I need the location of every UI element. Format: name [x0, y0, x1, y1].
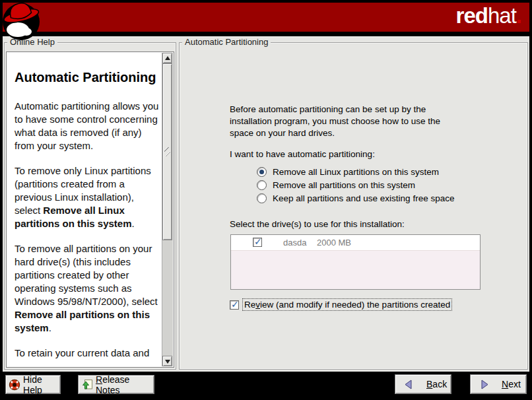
radio-option[interactable]: Remove all partitions on this system [257, 179, 454, 191]
drive-table[interactable]: dasda2000 MB [230, 234, 481, 290]
wordmark-dot: . [516, 3, 521, 28]
hide-help-button[interactable]: Hide Help [5, 375, 61, 394]
redhat-wordmark: redhat. [456, 5, 521, 27]
help-paragraph: To retain your current data and [15, 347, 161, 360]
back-arrow-icon [403, 379, 415, 390]
wordmark-hat: hat [488, 3, 516, 28]
radio-icon[interactable] [257, 180, 267, 190]
arrow-up-icon [165, 56, 170, 60]
radio-option-label[interactable]: Keep all partitions and use existing fre… [273, 193, 454, 203]
next-button[interactable]: Next [470, 374, 527, 394]
life-buoy-icon [9, 379, 20, 391]
help-box: Automatic Partitioning Automatic partiti… [6, 51, 174, 368]
help-text-area[interactable]: Automatic Partitioning Automatic partiti… [7, 53, 162, 366]
help-scrollbar[interactable] [162, 53, 173, 366]
partitioning-radio-group: Remove all Linux partitions on this syst… [257, 166, 454, 205]
review-checkbox[interactable] [230, 300, 239, 310]
radio-icon[interactable] [257, 193, 267, 203]
back-button[interactable]: Back [395, 374, 451, 394]
drive-name: dasda [283, 238, 306, 248]
scrollbar-thumb[interactable] [162, 63, 172, 240]
redhat-shadowman-logo [1, 1, 41, 41]
drive-checkbox[interactable] [253, 238, 262, 247]
intro-text: Before automatic partitioning can be set… [230, 104, 455, 139]
scroll-down-button[interactable] [162, 356, 172, 366]
arrow-down-icon [165, 360, 170, 364]
help-paragraph: To remove all partitions on your hard dr… [15, 242, 161, 335]
radio-option[interactable]: Remove all Linux partitions on this syst… [257, 166, 454, 178]
radio-group-prompt: I want to have automatic partitioning: [230, 149, 375, 159]
release-notes-icon [82, 379, 93, 390]
radio-option-label[interactable]: Remove all Linux partitions on this syst… [273, 167, 439, 177]
help-paragraphs: Automatic partitioning allows you to hav… [15, 100, 161, 360]
release-notes-button[interactable]: Release Notes [78, 375, 154, 394]
next-label: Next [502, 379, 521, 389]
radio-option[interactable]: Keep all partitions and use existing fre… [257, 192, 454, 205]
scroll-up-button[interactable] [162, 53, 172, 63]
next-arrow-icon [479, 379, 490, 390]
hide-help-label: Hide Help [23, 374, 60, 395]
automatic-partitioning-frame: Automatic Partitioning Before automatic … [179, 42, 528, 370]
help-title: Automatic Partitioning [15, 69, 161, 85]
scrollbar-grip-icon [164, 147, 170, 156]
review-checkbox-label[interactable]: Review (and modify if needed) the partit… [242, 298, 452, 311]
banner-divider [3, 32, 529, 36]
review-checkbox-row[interactable]: Review (and modify if needed) the partit… [230, 298, 452, 311]
radio-option-label[interactable]: Remove all partitions on this system [273, 180, 415, 190]
drive-row[interactable]: dasda2000 MB [231, 235, 480, 251]
radio-icon[interactable] [257, 167, 267, 177]
help-paragraph: Automatic partitioning allows you to hav… [15, 100, 161, 152]
help-paragraph: To remove only Linux partitions (partiti… [15, 164, 161, 230]
release-notes-label: Release Notes [96, 374, 154, 395]
back-label: Back [426, 379, 447, 389]
wordmark-red: red [456, 3, 488, 28]
automatic-partitioning-frame-label: Automatic Partitioning [182, 37, 271, 48]
top-banner [3, 3, 529, 32]
drives-label: Select the drive(s) to use for this inst… [230, 219, 405, 229]
online-help-frame: Online Help Automatic Partitioning Autom… [4, 42, 176, 370]
drive-size: 2000 MB [317, 238, 351, 248]
